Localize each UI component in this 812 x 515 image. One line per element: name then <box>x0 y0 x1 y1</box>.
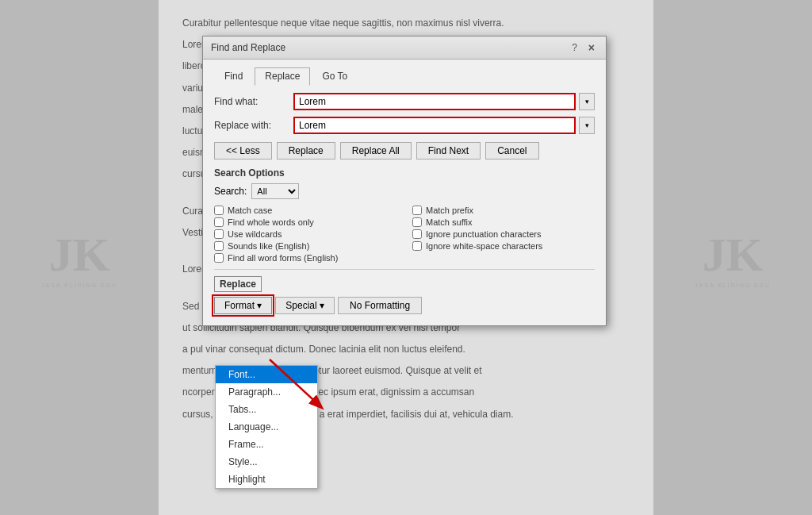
cb-ignore-space-label: Ignore white-space characters <box>426 241 542 251</box>
cb-ignore-punct: Ignore punctuation characters <box>412 229 595 239</box>
dialog-help-button[interactable]: ? <box>569 42 580 53</box>
replace-with-input[interactable] <box>293 117 576 134</box>
dropdown-highlight[interactable]: Highlight <box>216 471 317 488</box>
cb-match-case: Match case <box>214 206 396 215</box>
tab-replace[interactable]: Replace <box>255 67 310 86</box>
replace-with-dropdown[interactable]: ▾ <box>579 117 595 134</box>
dialog-close-button[interactable]: × <box>585 41 598 54</box>
replace-button[interactable]: Replace <box>277 142 335 159</box>
cb-match-suffix-input[interactable] <box>412 217 422 227</box>
cb-sounds-like: Sounds like (English) <box>214 241 396 251</box>
cb-match-suffix: Match suffix <box>412 217 595 227</box>
find-replace-dialog: Find and Replace ? × Find Replace Go To … <box>202 36 607 326</box>
cb-match-prefix: Match prefix <box>412 206 595 215</box>
tab-find[interactable]: Find <box>214 67 253 85</box>
find-next-button[interactable]: Find Next <box>416 142 481 159</box>
search-row: Search: All Up Down <box>214 183 595 199</box>
cancel-button[interactable]: Cancel <box>485 142 538 159</box>
cb-word-forms-label: Find all word forms (English) <box>228 253 338 263</box>
cb-match-case-label: Match case <box>228 206 272 215</box>
cb-ignore-space: Ignore white-space characters <box>412 241 595 251</box>
options-grid: Match case Match prefix Find whole words… <box>214 206 595 263</box>
cb-whole-words: Find whole words only <box>214 217 396 227</box>
dropdown-font[interactable]: Font... <box>216 366 317 383</box>
section-divider <box>214 269 595 270</box>
dropdown-language[interactable]: Language... <box>216 418 317 436</box>
replace-section-label: Replace <box>214 276 262 292</box>
replace-all-button[interactable]: Replace All <box>340 142 412 159</box>
cb-ignore-space-input[interactable] <box>412 241 422 251</box>
cb-sounds-like-input[interactable] <box>214 241 224 251</box>
search-select[interactable]: All Up Down <box>251 183 299 199</box>
find-what-input-wrap: ▾ <box>293 93 595 110</box>
cb-match-case-input[interactable] <box>214 206 224 215</box>
cb-whole-words-label: Find whole words only <box>228 217 314 227</box>
dialog-title: Find and Replace <box>211 42 285 53</box>
no-formatting-button[interactable]: No Formatting <box>338 297 422 314</box>
replace-with-row: Replace with: ▾ <box>214 117 595 134</box>
dialog-controls: ? × <box>569 41 598 54</box>
cb-sounds-like-label: Sounds like (English) <box>228 241 309 251</box>
cb-ignore-punct-label: Ignore punctuation characters <box>426 229 542 239</box>
less-button[interactable]: << Less <box>214 142 272 159</box>
cb-match-prefix-input[interactable] <box>412 206 422 215</box>
dropdown-tabs[interactable]: Tabs... <box>216 401 317 418</box>
search-options-label: Search Options <box>214 167 595 179</box>
dialog-tabs: Find Replace Go To <box>214 67 595 85</box>
format-buttons-row: Format ▾ Special ▾ No Formatting <box>214 297 595 314</box>
cb-match-prefix-label: Match prefix <box>426 206 473 215</box>
search-label: Search: <box>214 186 247 197</box>
cb-word-forms-input[interactable] <box>214 253 224 263</box>
action-buttons: << Less Replace Replace All Find Next Ca… <box>214 142 595 159</box>
cb-whole-words-input[interactable] <box>214 217 224 227</box>
cb-wildcards: Use wildcards <box>214 229 396 239</box>
find-what-input[interactable] <box>293 93 576 110</box>
find-what-row: Find what: ▾ <box>214 93 595 110</box>
cb-word-forms: Find all word forms (English) <box>214 253 396 263</box>
cb-wildcards-label: Use wildcards <box>228 229 282 239</box>
cb-wildcards-input[interactable] <box>214 229 224 239</box>
dropdown-style[interactable]: Style... <box>216 453 317 471</box>
cb-ignore-punct-input[interactable] <box>412 229 422 239</box>
replace-with-label: Replace with: <box>214 120 293 131</box>
replace-with-input-wrap: ▾ <box>293 117 595 134</box>
dropdown-paragraph[interactable]: Paragraph... <box>216 383 317 401</box>
tab-goto[interactable]: Go To <box>312 67 358 85</box>
dropdown-frame[interactable]: Frame... <box>216 436 317 453</box>
replace-footer-section: Replace Format ▾ Special ▾ No Formatting <box>214 276 595 314</box>
special-button[interactable]: Special ▾ <box>275 297 335 314</box>
format-button[interactable]: Format ▾ <box>214 297 272 314</box>
cb-match-suffix-label: Match suffix <box>426 217 473 227</box>
dialog-body: Find Replace Go To Find what: ▾ Replace … <box>203 60 606 325</box>
dialog-titlebar: Find and Replace ? × <box>203 37 606 60</box>
format-dropdown-menu: Font... Paragraph... Tabs... Language...… <box>215 365 318 489</box>
find-what-label: Find what: <box>214 96 293 107</box>
find-what-dropdown[interactable]: ▾ <box>579 93 595 110</box>
